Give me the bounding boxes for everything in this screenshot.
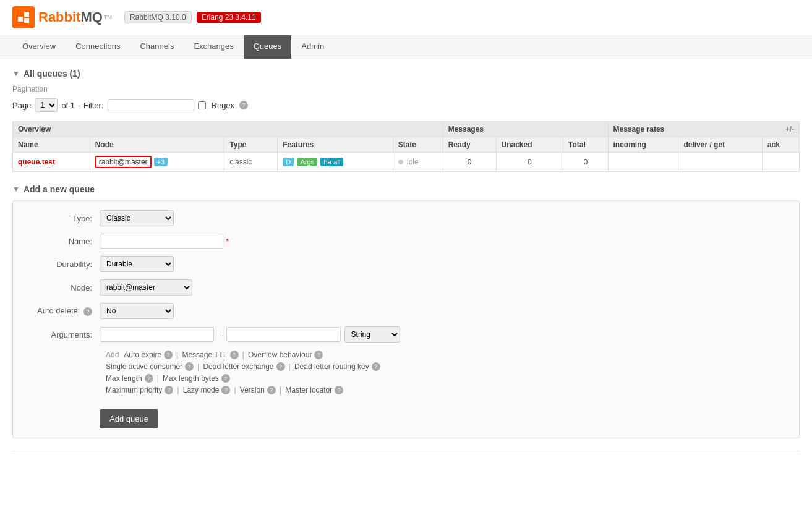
arg-overflow-behaviour[interactable]: Overflow behaviour — [248, 351, 312, 359]
queue-ack — [762, 153, 799, 172]
add-queue-title: Add a new queue — [24, 184, 95, 194]
arg-links-line1: Add Auto expire ? | Message TTL ? | Over… — [25, 350, 787, 359]
node-cell: rabbit@master +3 — [95, 156, 220, 168]
regex-help-icon[interactable]: ? — [239, 101, 248, 109]
all-queues-header: ▼ All queues (1) — [12, 69, 800, 79]
message-ttl-help[interactable]: ? — [230, 351, 239, 359]
queue-type: classic — [224, 153, 278, 172]
nav-connections[interactable]: Connections — [66, 35, 130, 59]
regex-label: Regex — [212, 101, 235, 110]
auto-delete-select[interactable]: No Yes — [100, 303, 174, 319]
single-consumer-help[interactable]: ? — [185, 362, 194, 371]
max-length-bytes-help[interactable]: ? — [221, 374, 230, 383]
nav-admin[interactable]: Admin — [291, 35, 334, 59]
auto-expire-help[interactable]: ? — [164, 351, 173, 359]
pagination-label: Pagination — [12, 85, 800, 93]
auto-delete-help[interactable]: ? — [83, 307, 92, 316]
arg-maximum-priority[interactable]: Maximum priority — [106, 386, 162, 394]
queue-total: 0 — [563, 153, 609, 172]
overview-section-header: Overview — [13, 122, 443, 137]
overflow-help[interactable]: ? — [314, 351, 323, 359]
queue-name-link[interactable]: queue.test — [18, 158, 55, 166]
arg-auto-expire[interactable]: Auto expire — [124, 351, 161, 359]
regex-checkbox[interactable] — [198, 101, 206, 109]
filter-input[interactable] — [108, 99, 194, 111]
arg-max-length[interactable]: Max length — [106, 374, 142, 383]
durability-row: Durability: Durable Transient — [25, 256, 787, 272]
nav-overview[interactable]: Overview — [12, 35, 66, 59]
queue-deliver — [678, 153, 763, 172]
toggle-arrow-queues[interactable]: ▼ — [12, 69, 20, 78]
arg-links-line3: Max length ? | Max length bytes ? — [25, 373, 787, 383]
arg-value-input[interactable] — [226, 327, 341, 342]
durability-select[interactable]: Durable Transient — [100, 256, 174, 272]
nav-exchanges[interactable]: Exchanges — [184, 35, 243, 59]
col-deliver: deliver / get — [678, 137, 763, 153]
type-row: Type: Classic Quorum — [25, 210, 787, 226]
logo-tm: TM — [104, 14, 112, 20]
queue-table: Overview Messages Message rates +/- Name… — [12, 121, 800, 172]
lazy-mode-help[interactable]: ? — [221, 386, 230, 394]
of-label: of 1 — [61, 101, 75, 110]
version-help[interactable]: ? — [267, 386, 276, 394]
queue-incoming — [608, 153, 678, 172]
plus-minus-btn[interactable]: +/- — [785, 125, 794, 134]
add-queue-button[interactable]: Add queue — [100, 409, 158, 428]
pagination-section: Pagination Page 1 of 1 - Filter: Regex ? — [12, 85, 800, 112]
messages-section-header: Messages — [443, 122, 608, 137]
logo-text: RabbitMQ — [38, 9, 103, 25]
type-select[interactable]: Classic Quorum — [100, 210, 174, 226]
page-select[interactable]: 1 — [35, 98, 58, 112]
auto-delete-row: Auto delete: ? No Yes — [25, 303, 787, 319]
args-equals: = — [218, 330, 223, 339]
nav-channels[interactable]: Channels — [130, 35, 184, 59]
arg-dead-letter-routing-key[interactable]: Dead letter routing key — [294, 362, 369, 371]
add-queue-form: Type: Classic Quorum Name: * Durability:… — [12, 200, 800, 438]
col-ack: ack — [762, 137, 799, 153]
type-classic: classic — [229, 158, 252, 166]
master-locator-help[interactable]: ? — [335, 386, 343, 394]
nav-queues[interactable]: Queues — [244, 35, 292, 59]
toggle-arrow-addqueue[interactable]: ▼ — [12, 185, 20, 194]
name-label: Name: — [25, 237, 100, 246]
arg-message-ttl[interactable]: Message TTL — [182, 351, 227, 359]
logo-icon — [12, 6, 35, 28]
queue-ready: 0 — [443, 153, 496, 172]
arg-type-select[interactable]: String Number Boolean — [344, 326, 400, 343]
arg-single-active-consumer[interactable]: Single active consumer — [106, 362, 182, 371]
maximum-priority-help[interactable]: ? — [165, 386, 173, 394]
arg-dead-letter-exchange[interactable]: Dead letter exchange — [203, 362, 273, 371]
rates-section-header: Message rates +/- — [608, 122, 799, 137]
state-dot — [398, 160, 403, 164]
name-input[interactable] — [100, 234, 223, 249]
arg-key-input[interactable] — [100, 327, 214, 342]
filter-label: - Filter: — [79, 101, 103, 110]
durability-label: Durability: — [25, 260, 100, 269]
node-select[interactable]: rabbit@master — [100, 279, 192, 296]
max-length-help[interactable]: ? — [145, 374, 153, 383]
dead-letter-routing-help[interactable]: ? — [372, 362, 380, 371]
add-queue-header: ▼ Add a new queue — [12, 184, 800, 194]
queue-name[interactable]: queue.test — [13, 153, 90, 172]
arg-lazy-mode[interactable]: Lazy mode — [183, 386, 220, 394]
feature-ha-badge: ha-all — [320, 158, 343, 166]
page-label: Page — [12, 101, 31, 110]
table-row: queue.test rabbit@master +3 classic D Ar… — [13, 153, 800, 172]
content: ▼ All queues (1) Pagination Page 1 of 1 … — [0, 59, 812, 467]
dead-letter-exchange-help[interactable]: ? — [276, 362, 285, 371]
add-label: Add — [106, 351, 119, 359]
col-total: Total — [563, 137, 609, 153]
arg-master-locator[interactable]: Master locator — [285, 386, 332, 394]
col-ready: Ready — [443, 137, 496, 153]
arguments-row: Arguments: = String Number Boolean — [25, 326, 787, 343]
state-label: idle — [407, 158, 419, 166]
arg-version[interactable]: Version — [240, 386, 265, 394]
bottom-divider — [12, 451, 800, 451]
auto-delete-label: Auto delete: ? — [25, 306, 100, 316]
arg-max-length-bytes[interactable]: Max length bytes — [163, 374, 219, 383]
svg-rect-1 — [24, 12, 29, 17]
pagination-controls: Page 1 of 1 - Filter: Regex ? — [12, 98, 800, 112]
queue-features: D Args ha-all — [278, 153, 393, 172]
node-row: Node: rabbit@master — [25, 279, 787, 296]
args-row: = String Number Boolean — [100, 326, 400, 343]
